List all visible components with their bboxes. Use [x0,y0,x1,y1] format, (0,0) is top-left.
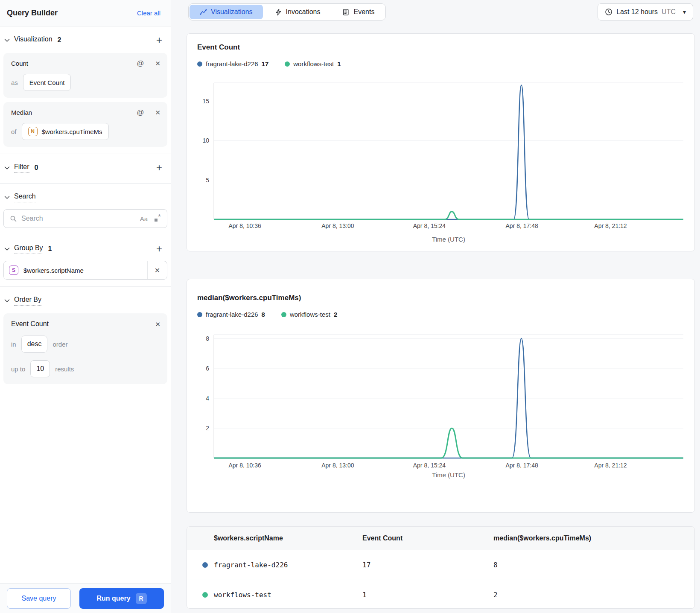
median-field-box[interactable]: N $workers.cpuTimeMs [22,123,109,140]
tab-invocations[interactable]: Invocations [265,5,331,19]
order-by-card: Event Count ✕ in desc order up to 10 res… [3,313,167,384]
table-row: fragrant-lake-d226 17 8 [187,550,694,580]
y-tick-label: 10 [202,137,209,144]
at-icon[interactable]: @ [137,60,144,67]
chevron-down-icon[interactable] [4,299,10,303]
median-cell: 8 [493,561,694,569]
tab-label: Invocations [286,8,321,16]
lightning-icon [275,9,282,16]
y-tick-label: 6 [206,365,209,372]
add-group-by-button[interactable]: + [156,245,162,253]
section-order-by-header: Order By [0,292,171,309]
query-builder-panel: Query Builder Clear all Visualization 2 … [0,0,171,613]
y-tick-label: 8 [206,335,209,342]
group-by-chip[interactable]: S $workers.scriptName ✕ [3,261,167,280]
median-cell: 2 [493,591,694,599]
series-line-fragrant-lake-d226 [214,85,683,219]
y-tick-label: 15 [202,98,209,105]
divider [0,154,171,154]
series-dot [281,312,286,317]
close-icon[interactable]: ✕ [155,60,160,67]
section-search-label: Search [14,193,36,202]
save-query-button[interactable]: Save query [7,588,71,609]
view-tabs: Visualizations Invocations Events [188,3,386,20]
close-icon[interactable]: ✕ [155,109,160,116]
median-field: $workers.cpuTimeMs [42,128,102,135]
x-tick-label: Apr 8, 10:36 [228,222,261,229]
median-cputime-chart-card: median($workers.cpuTimeMs) fragrant-lake… [187,279,695,513]
script-name-cell: fragrant-lake-d226 [214,561,362,569]
x-tick-label: Apr 8, 15:24 [413,222,446,229]
chart-legend: fragrant-lake-d226 17 workflows-test 1 [197,60,684,67]
column-header: $workers.scriptName [214,534,362,542]
chevron-down-icon[interactable] [4,166,10,170]
event-count-chart-card: Event Count fragrant-lake-d226 17 workfl… [187,33,695,251]
clock-icon [605,8,612,16]
legend-value: 17 [262,60,269,67]
as-label: as [11,79,18,86]
tab-label: Visualizations [211,8,253,16]
chart-canvas: 51015Apr 8, 10:36Apr 8, 13:00Apr 8, 15:2… [187,79,695,250]
legend-item[interactable]: workflows-test 1 [285,60,341,67]
section-filter-label: Filter [14,163,29,173]
line-chart-icon [200,9,207,16]
visualization-alias-box[interactable]: Event Count [23,74,71,91]
run-query-button[interactable]: Run query R [79,588,164,609]
legend-item[interactable]: fragrant-lake-d226 17 [197,60,268,67]
time-range-label: Last 12 hours [616,8,658,16]
topbar: Visualizations Invocations Events [188,3,693,20]
legend-value: 8 [262,311,265,318]
column-header: median($workers.cpuTimeMs) [493,534,694,542]
section-filter-header: Filter 0 + [0,159,171,176]
tab-visualizations[interactable]: Visualizations [190,5,263,19]
series-dot [202,562,208,568]
legend-item[interactable]: workflows-test 2 [281,311,337,318]
divider [0,183,171,184]
column-header: Event Count [362,534,493,542]
document-icon [342,9,350,16]
chevron-down-icon[interactable] [4,247,10,251]
regex-icon[interactable]: * [155,215,161,222]
legend-item[interactable]: fragrant-lake-d226 8 [197,311,265,318]
results-table-card: $workers.scriptName Event Count median($… [187,526,695,609]
visualization-card-median: Median @ ✕ of N $workers.cpuTimeMs [3,102,167,147]
x-tick-label: Apr 8, 10:36 [228,462,261,469]
section-visualization-header: Visualization 2 + [0,32,171,49]
x-tick-label: Apr 8, 17:48 [505,222,538,229]
limit-box[interactable]: 10 [30,360,50,377]
add-visualization-button[interactable]: + [156,36,162,44]
visualization-count: 2 [58,36,61,44]
add-filter-button[interactable]: + [156,163,162,172]
x-tick-label: Apr 8, 21:12 [594,462,627,469]
order-direction-box[interactable]: desc [21,336,48,353]
legend-name: fragrant-lake-d226 [206,311,258,318]
legend-value: 2 [334,311,337,318]
x-tick-label: Apr 8, 21:12 [594,222,627,229]
results-label: results [55,365,74,373]
number-type-icon: N [28,127,38,136]
median-cputime-plot: 2468Apr 8, 10:36Apr 8, 13:00Apr 8, 15:24… [187,330,694,486]
clear-all-button[interactable]: Clear all [137,9,160,17]
table-header-row: $workers.scriptName Event Count median($… [187,527,694,550]
chevron-down-icon[interactable] [4,196,10,199]
close-icon[interactable]: ✕ [155,321,160,327]
chevron-down-icon[interactable] [4,38,10,42]
match-case-icon[interactable]: Aa [140,215,148,222]
series-dot [197,312,202,317]
x-axis-label: Time (UTC) [432,236,465,243]
event-count-cell: 17 [362,561,493,569]
panel-title: Query Builder [7,9,58,18]
tab-events[interactable]: Events [332,5,385,19]
search-box: Aa * [3,209,167,228]
time-range-dropdown[interactable]: Last 12 hours UTC ▾ [598,3,693,20]
close-icon[interactable]: ✕ [147,261,167,279]
visualization-card-count: Count @ ✕ as Event Count [3,53,167,98]
at-icon[interactable]: @ [137,109,144,116]
series-dot [202,592,208,598]
caret-down-icon: ▾ [683,9,686,15]
divider [0,286,171,287]
query-actions-bar: Save query Run query R [0,583,171,613]
search-input[interactable] [21,215,136,222]
y-tick-label: 5 [206,177,209,184]
section-search-header: Search [0,189,171,206]
